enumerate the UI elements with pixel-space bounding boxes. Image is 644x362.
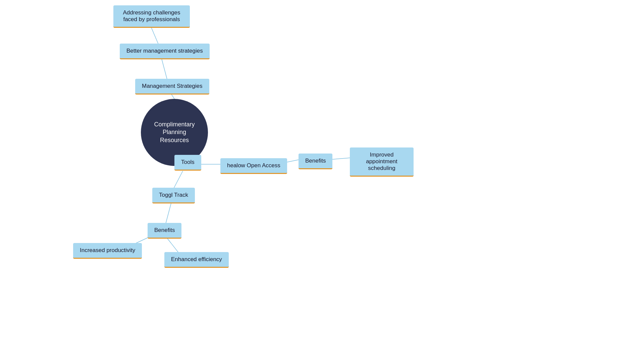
benefits-right-node: Benefits — [299, 154, 332, 169]
improved-appointment-label: Improved appointment scheduling — [366, 152, 397, 171]
increased-productivity-label: Increased productivity — [80, 247, 135, 253]
addressing-challenges-box: Addressing challenges faced by professio… — [113, 5, 190, 28]
increased-productivity-node: Increased productivity — [73, 243, 142, 259]
healow-label: healow Open Access — [227, 162, 280, 169]
improved-appointment-box: Improved appointment scheduling — [350, 147, 414, 177]
management-strategies-node: Management Strategies — [135, 79, 209, 95]
healow-box: healow Open Access — [220, 158, 287, 174]
svg-line-6 — [330, 158, 350, 160]
toggl-track-node: Toggl Track — [152, 188, 195, 203]
center-node-label: Complimentary Planning Resources — [148, 121, 201, 144]
tools-box: Tools — [174, 155, 201, 171]
healow-node: healow Open Access — [220, 158, 287, 174]
management-strategies-box: Management Strategies — [135, 79, 209, 95]
benefits-right-box: Benefits — [299, 154, 332, 169]
toggl-track-label: Toggl Track — [159, 192, 188, 198]
tools-node: Tools — [174, 155, 201, 171]
better-management-box: Better management strategies — [120, 44, 210, 59]
addressing-challenges-label: Addressing challenges faced by professio… — [123, 9, 180, 22]
enhanced-efficiency-node: Enhanced efficiency — [164, 252, 229, 268]
better-management-label: Better management strategies — [126, 48, 203, 54]
improved-appointment-node: Improved appointment scheduling — [350, 147, 414, 177]
benefits-right-label: Benefits — [305, 158, 326, 164]
addressing-challenges-node: Addressing challenges faced by professio… — [113, 5, 190, 28]
benefits-bottom-node: Benefits — [148, 223, 181, 239]
benefits-bottom-label: Benefits — [154, 227, 175, 233]
benefits-bottom-box: Benefits — [148, 223, 181, 239]
enhanced-efficiency-label: Enhanced efficiency — [171, 256, 222, 262]
increased-productivity-box: Increased productivity — [73, 243, 142, 259]
better-management-node: Better management strategies — [120, 44, 210, 59]
toggl-track-box: Toggl Track — [152, 188, 195, 203]
management-strategies-label: Management Strategies — [142, 83, 203, 89]
tools-label: Tools — [181, 159, 195, 165]
enhanced-efficiency-box: Enhanced efficiency — [164, 252, 229, 268]
